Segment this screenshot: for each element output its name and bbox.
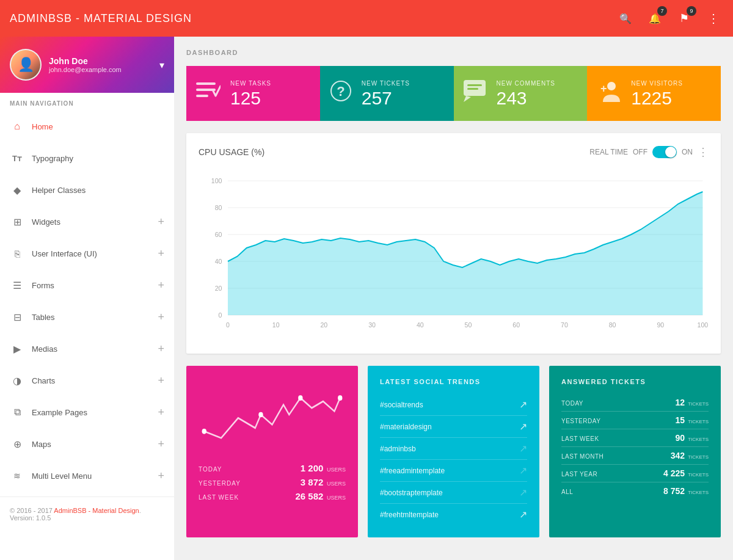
svg-text:70: 70 xyxy=(561,321,568,329)
visitors-label: NEW VISITORS xyxy=(631,80,683,87)
sidebar-item-typography[interactable]: Tᴛ Typography xyxy=(0,142,174,174)
svg-rect-2 xyxy=(196,95,208,97)
svg-text:100: 100 xyxy=(698,321,709,329)
notifications-button[interactable]: 🔔 7 xyxy=(645,9,665,28)
nav-label-charts: Charts xyxy=(32,376,158,385)
avatar-image: 👤 xyxy=(11,50,40,79)
sidebar-item-medias[interactable]: ▶ Medias + xyxy=(0,333,174,365)
sidebar-item-multilevel[interactable]: ≋ Multi Level Menu + xyxy=(0,460,174,492)
version-text: Version: 1.0.5 xyxy=(10,514,164,522)
svg-text:80: 80 xyxy=(609,321,616,329)
more-options-button[interactable]: ⋮ xyxy=(704,9,723,28)
ticket-value-lastmonth: 342 TICKETS xyxy=(671,451,709,460)
lastweek-label: LAST WEEK xyxy=(199,494,239,501)
ticket-label-lastweek: LAST WEEK xyxy=(561,435,599,442)
visitors-icon: + xyxy=(597,80,621,107)
nav-label-home: Home xyxy=(32,122,164,131)
example-expand-icon: + xyxy=(158,406,164,419)
answered-tickets-title: ANSWERED TICKETS xyxy=(561,378,709,385)
svg-point-34 xyxy=(202,429,206,434)
svg-point-35 xyxy=(258,412,263,418)
nav-label-helper: Helper Classes xyxy=(32,186,164,195)
svg-text:60: 60 xyxy=(512,321,520,329)
ticket-label-today: TODAY xyxy=(561,400,583,407)
sidebar-item-example[interactable]: ⧉ Example Pages + xyxy=(0,396,174,428)
sidebar-profile: 👤 John Doe john.doe@example.com ▾ xyxy=(0,37,174,93)
example-icon: ⧉ xyxy=(10,405,24,420)
ticket-row-yesterday: YESTERDAY 15 TICKETS xyxy=(561,412,709,429)
multilevel-expand-icon: + xyxy=(158,470,164,482)
profile-info: John Doe john.doe@example.com xyxy=(49,56,152,73)
trend-arrow-5: ↗ xyxy=(519,487,527,498)
profile-email: john.doe@example.com xyxy=(49,66,152,73)
profile-chevron-button[interactable]: ▾ xyxy=(159,59,164,71)
sidebar-item-charts[interactable]: ◑ Charts + xyxy=(0,365,174,396)
tickets-value: 257 xyxy=(362,89,410,107)
yesterday-unit: USERS xyxy=(327,481,346,487)
maps-icon: ⊕ xyxy=(10,437,24,451)
sidebar-item-tables[interactable]: ⊟ Tables + xyxy=(0,301,174,333)
sidebar-item-maps[interactable]: ⊕ Maps + xyxy=(0,428,174,460)
topnav-icons: 🔍 🔔 7 ⚑ 9 ⋮ xyxy=(616,9,723,28)
realtime-label: REAL TIME xyxy=(589,148,628,156)
medias-expand-icon: + xyxy=(158,343,164,355)
trend-item-6: #freehtmltemplate ↗ xyxy=(380,504,527,525)
ui-expand-icon: + xyxy=(158,247,164,260)
trend-arrow-1: ↗ xyxy=(519,399,527,410)
svg-text:+: + xyxy=(600,82,607,95)
realtime-toggle[interactable] xyxy=(652,146,677,158)
dots-icon: ⋮ xyxy=(707,11,720,26)
brand-link[interactable]: AdminBSB - Material Design xyxy=(54,507,139,514)
bottom-cards: TODAY 1 200 USERS YESTERDAY 3 872 USERS … xyxy=(186,366,721,537)
nav-label-multilevel: Multi Level Menu xyxy=(32,471,158,481)
sidebar-footer: © 2016 - 2017 AdminBSB - Material Design… xyxy=(0,496,174,531)
flag-badge: 9 xyxy=(687,6,696,16)
svg-text:90: 90 xyxy=(657,321,664,329)
trend-item-5: #bootstraptemplate ↗ xyxy=(380,482,527,504)
svg-text:50: 50 xyxy=(465,321,472,329)
stat-card-tasks[interactable]: NEW TASKS 125 xyxy=(186,66,320,121)
nav-section-label: MAIN NAVIGATION xyxy=(0,93,174,111)
tasks-label: NEW TASKS xyxy=(230,80,271,87)
stat-cards: NEW TASKS 125 ? NEW TICKETS 257 xyxy=(186,66,721,121)
toggle-thumb xyxy=(665,147,676,158)
social-trends-title: LATEST SOCIAL TRENDS xyxy=(380,378,527,385)
sidebar-item-home[interactable]: ⌂ Home xyxy=(0,111,174,142)
tickets-icon: ? xyxy=(330,80,352,107)
ticket-value-lastyear: 4 225 TICKETS xyxy=(663,468,709,478)
sidebar-item-widgets[interactable]: ⊞ Widgets + xyxy=(0,206,174,238)
svg-text:100: 100 xyxy=(211,177,222,184)
today-unit: USERS xyxy=(327,467,346,473)
stat-card-comments[interactable]: NEW COMMENTS 243 xyxy=(454,66,588,121)
sidebar-item-forms[interactable]: ☰ Forms + xyxy=(0,269,174,301)
yesterday-label: YESTERDAY xyxy=(199,480,241,487)
flags-button[interactable]: ⚑ 9 xyxy=(674,9,694,28)
svg-rect-7 xyxy=(467,84,482,86)
trend-item-1: #socialtrends ↗ xyxy=(380,394,527,416)
sidebar-item-ui[interactable]: ⎘ User Interface (UI) + xyxy=(0,238,174,269)
search-button[interactable]: 🔍 xyxy=(616,9,635,28)
svg-point-36 xyxy=(298,395,302,401)
mini-chart-svg xyxy=(199,378,346,451)
search-icon: 🔍 xyxy=(619,13,632,24)
svg-marker-6 xyxy=(464,96,471,102)
tables-expand-icon: + xyxy=(158,311,164,324)
widgets-expand-icon: + xyxy=(158,216,164,228)
sidebar-item-helper[interactable]: ◆ Helper Classes xyxy=(0,174,174,206)
stat-card-visitors[interactable]: + NEW VISITORS 1225 xyxy=(587,66,721,121)
svg-text:?: ? xyxy=(337,84,345,99)
trend-arrow-4: ↗ xyxy=(519,465,527,476)
trend-item-4: #freeadmintemplate ↗ xyxy=(380,460,527,482)
trend-tag-1: #socialtrends xyxy=(380,401,423,409)
main-content: DASHBOARD NEW TASKS 125 xyxy=(174,37,733,560)
ui-icon: ⎘ xyxy=(10,246,24,261)
tasks-value: 125 xyxy=(230,89,271,107)
topnav: ADMINBSB - MATERIAL DESIGN 🔍 🔔 7 ⚑ 9 ⋮ xyxy=(0,0,733,37)
svg-text:0: 0 xyxy=(219,311,222,319)
chart-more-icon[interactable]: ⋮ xyxy=(698,145,709,159)
ticket-row-today: TODAY 12 TICKETS xyxy=(561,394,709,412)
svg-text:30: 30 xyxy=(368,321,376,329)
stat-card-tickets[interactable]: ? NEW TICKETS 257 xyxy=(320,66,454,121)
svg-text:80: 80 xyxy=(215,204,222,211)
sidebar: 👤 John Doe john.doe@example.com ▾ MAIN N… xyxy=(0,37,174,560)
